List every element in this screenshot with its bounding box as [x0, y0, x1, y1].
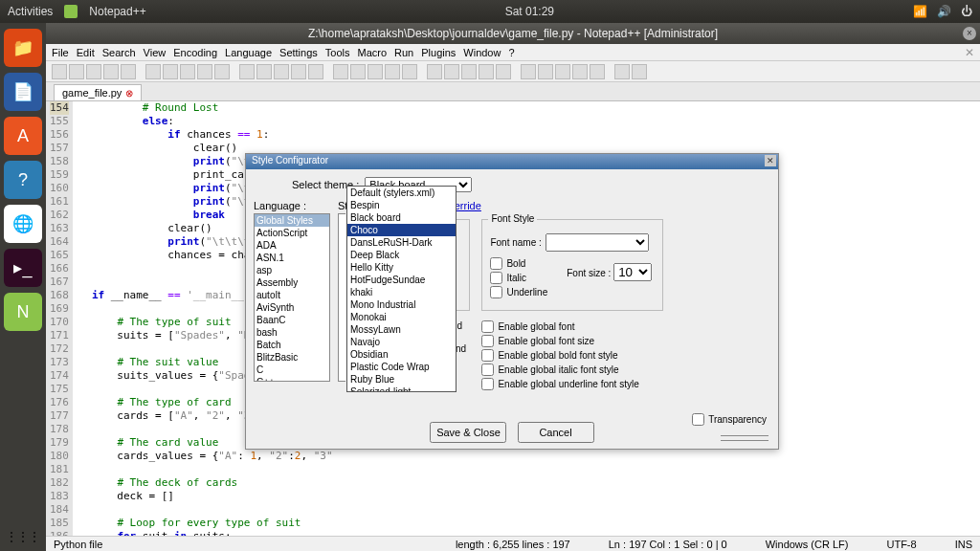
language-item[interactable]: bash — [255, 326, 329, 339]
theme-option[interactable]: Choco — [347, 224, 456, 236]
toolbar-button-2[interactable] — [86, 64, 101, 79]
font-size-select[interactable]: 10 — [613, 263, 652, 281]
files-app-icon[interactable]: 📁 — [4, 29, 42, 67]
theme-option[interactable]: Deep Black — [347, 249, 456, 261]
theme-dropdown-popup[interactable]: Default (stylers.xml)BespinBlack boardCh… — [346, 186, 457, 392]
notepadpp-app-icon[interactable]: N — [4, 293, 42, 331]
style-list[interactable] — [338, 213, 345, 382]
cancel-button[interactable]: Cancel — [518, 422, 594, 443]
language-item[interactable]: ADA — [255, 239, 329, 252]
activities-button[interactable]: Activities — [8, 5, 53, 18]
toolbar-button-3[interactable] — [103, 64, 119, 79]
menu-view[interactable]: View — [144, 47, 167, 58]
toolbar-button-29[interactable] — [590, 64, 605, 79]
dialog-close-button[interactable]: ✕ — [765, 155, 776, 166]
save-close-button[interactable]: Save & Close — [430, 422, 506, 443]
toolbar-button-16[interactable] — [350, 64, 366, 79]
toolbar-button-9[interactable] — [214, 64, 230, 79]
theme-option[interactable]: Monokai — [347, 311, 456, 323]
theme-option[interactable]: Solarized-light — [347, 386, 456, 392]
language-item[interactable]: Assembly — [255, 276, 329, 289]
toolbar-button-27[interactable] — [555, 64, 570, 79]
mdi-close-icon[interactable]: ✕ — [965, 46, 974, 59]
theme-option[interactable]: Obsidian — [347, 348, 456, 361]
toolbar-button-7[interactable] — [180, 64, 195, 79]
tab-gamefile[interactable]: game_file.py ⊗ — [54, 84, 142, 100]
toolbar-button-26[interactable] — [538, 64, 553, 79]
menu-settings[interactable]: Settings — [279, 47, 318, 58]
theme-option[interactable]: MossyLawn — [347, 323, 456, 336]
italic-checkbox[interactable] — [490, 272, 502, 284]
language-item[interactable]: ASN.1 — [255, 252, 329, 264]
theme-option[interactable]: Ruby Blue — [347, 373, 456, 386]
toolbar-button-28[interactable] — [572, 64, 588, 79]
chrome-app-icon[interactable]: 🌐 — [4, 205, 42, 243]
toolbar-button-0[interactable] — [52, 64, 67, 79]
bold-checkbox[interactable] — [490, 257, 502, 270]
global-bold-checkbox[interactable] — [481, 349, 494, 362]
global-font-checkbox[interactable] — [481, 320, 494, 333]
toolbar-button-18[interactable] — [385, 64, 400, 79]
theme-option[interactable]: Bespin — [347, 199, 456, 211]
menu-plugins[interactable]: Plugins — [421, 47, 456, 58]
toolbar-button-23[interactable] — [479, 64, 494, 79]
theme-option[interactable]: Mono Industrial — [347, 298, 456, 311]
toolbar-button-4[interactable] — [121, 64, 136, 79]
language-item[interactable]: Global Styles — [255, 214, 329, 227]
menu-file[interactable]: File — [52, 47, 69, 58]
menu-window[interactable]: Window — [463, 47, 501, 58]
help-app-icon[interactable]: ? — [4, 161, 42, 199]
toolbar-button-11[interactable] — [256, 64, 272, 79]
theme-option[interactable]: Plastic Code Wrap — [347, 361, 456, 373]
menu-search[interactable]: Search — [102, 47, 136, 58]
language-item[interactable]: ActionScript — [255, 227, 329, 239]
theme-option[interactable]: Navajo — [347, 336, 456, 348]
language-list[interactable]: Global StylesActionScriptADAASN.1aspAsse… — [254, 213, 330, 382]
terminal-app-icon[interactable]: ▸_ — [4, 249, 42, 287]
language-item[interactable]: autoIt — [255, 289, 329, 301]
toolbar-button-19[interactable] — [402, 64, 417, 79]
language-item[interactable]: asp — [255, 264, 329, 276]
toolbar-button-31[interactable] — [632, 64, 647, 79]
menu-edit[interactable]: Edit — [77, 47, 95, 58]
global-underline-checkbox[interactable] — [481, 378, 494, 390]
toolbar-button-30[interactable] — [614, 64, 630, 79]
toolbar-button-20[interactable] — [427, 64, 442, 79]
font-name-select[interactable] — [546, 233, 649, 252]
theme-option[interactable]: Black board — [347, 211, 456, 224]
toolbar-button-22[interactable] — [461, 64, 477, 79]
language-item[interactable]: BlitzBasic — [255, 351, 329, 364]
toolbar-button-12[interactable] — [274, 64, 289, 79]
theme-option[interactable]: Default (stylers.xml) — [347, 187, 456, 199]
global-size-checkbox[interactable] — [481, 335, 494, 347]
volume-icon[interactable]: 🔊 — [937, 5, 951, 18]
toolbar-button-5[interactable] — [145, 64, 161, 79]
power-icon[interactable]: ⏻ — [961, 5, 972, 18]
toolbar-button-15[interactable] — [333, 64, 348, 79]
writer-app-icon[interactable]: 📄 — [4, 73, 42, 111]
language-item[interactable]: BaanC — [255, 314, 329, 326]
apps-grid-icon[interactable]: ⋮⋮⋮ — [0, 530, 46, 543]
toolbar-button-24[interactable] — [496, 64, 511, 79]
toolbar-button-21[interactable] — [444, 64, 459, 79]
menu-tools[interactable]: Tools — [325, 47, 350, 58]
language-item[interactable]: C — [255, 364, 329, 376]
toolbar-button-8[interactable] — [197, 64, 212, 79]
menu-encoding[interactable]: Encoding — [173, 47, 217, 58]
menu-macro[interactable]: Macro — [357, 47, 387, 58]
menu-language[interactable]: Language — [225, 47, 272, 58]
theme-option[interactable]: khaki — [347, 286, 456, 298]
tab-close-icon[interactable]: ⊗ — [125, 88, 133, 99]
toolbar-button-25[interactable] — [521, 64, 536, 79]
menu-help[interactable]: ? — [508, 47, 514, 58]
global-italic-checkbox[interactable] — [481, 364, 494, 376]
network-icon[interactable]: 📶 — [913, 5, 927, 18]
software-app-icon[interactable]: A — [4, 117, 42, 155]
toolbar-button-14[interactable] — [308, 64, 323, 79]
theme-option[interactable]: DansLeRuSH-Dark — [347, 236, 456, 249]
language-item[interactable]: Batch — [255, 339, 329, 351]
menu-run[interactable]: Run — [394, 47, 413, 58]
toolbar-button-10[interactable] — [239, 64, 255, 79]
toolbar-button-17[interactable] — [368, 64, 383, 79]
underline-checkbox[interactable] — [490, 286, 502, 298]
